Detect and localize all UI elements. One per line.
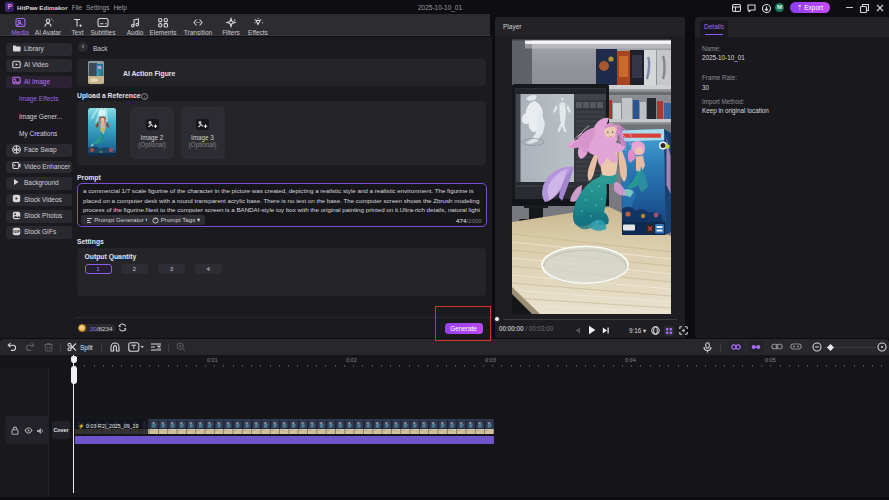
svg-text:GIF: GIF	[13, 229, 20, 234]
